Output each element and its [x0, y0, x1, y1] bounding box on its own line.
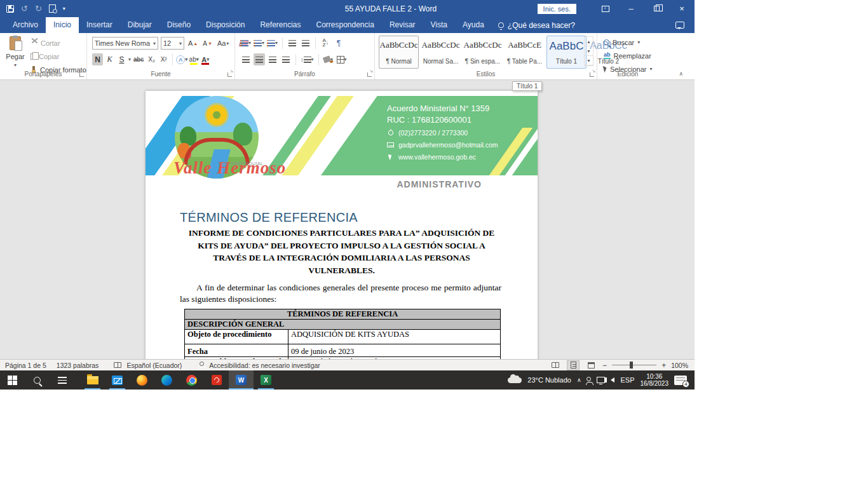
highlight-button[interactable]: ab▾ [189, 53, 199, 65]
shading-button[interactable]: ▾ [323, 53, 334, 65]
tab-archivo[interactable]: Archivo [5, 17, 46, 33]
signin-button[interactable]: Inic. ses. [538, 4, 576, 14]
ribbon-display-options-button[interactable] [593, 0, 618, 17]
style-titulo-1[interactable]: AaBbCTítulo 1 [546, 36, 587, 69]
borders-button[interactable]: ▾ [336, 53, 348, 65]
taskbar-search-button[interactable] [25, 370, 50, 390]
paste-dropdown-icon[interactable]: ▾ [14, 62, 17, 68]
align-center-button[interactable] [254, 53, 265, 65]
tell-me-box[interactable]: ¿Qué desea hacer? [492, 17, 581, 33]
font-color-button[interactable]: A▾ [200, 53, 210, 65]
font-dialog-launcher-icon[interactable] [227, 72, 232, 77]
styles-expand-button[interactable]: ▼ [585, 56, 593, 65]
volume-icon[interactable] [611, 377, 614, 383]
show-marks-button[interactable]: ¶ [333, 37, 344, 49]
justify-button[interactable] [280, 53, 292, 65]
line-spacing-button[interactable]: ↕▾ [300, 53, 315, 65]
text-effects-button[interactable]: A▾ [176, 53, 187, 65]
tab-diseno[interactable]: Diseño [159, 17, 198, 33]
paste-button[interactable]: Pegar ▾ [4, 36, 27, 74]
superscript-button[interactable]: X² [158, 53, 169, 65]
find-button[interactable]: Buscar▾ [604, 37, 653, 48]
zoom-in-button[interactable]: + [661, 361, 666, 370]
strikethrough-button[interactable]: abc [132, 53, 145, 65]
people-tray-icon[interactable] [587, 377, 591, 381]
edge-button[interactable] [154, 370, 179, 390]
print-layout-button[interactable] [567, 360, 580, 370]
underline-dropdown-icon[interactable]: ▾ [128, 57, 131, 62]
grow-font-button[interactable]: A▲ [187, 37, 199, 49]
web-layout-button[interactable] [585, 360, 597, 370]
weather-text[interactable]: 23°C Nublado [527, 376, 571, 384]
decrease-indent-button[interactable] [287, 37, 298, 49]
redo-icon[interactable]: ↻ [35, 4, 42, 13]
undo-icon[interactable]: ↺ [21, 4, 28, 13]
increase-indent-button[interactable] [300, 37, 311, 49]
tab-referencias[interactable]: Referencias [252, 17, 308, 33]
multilevel-list-button[interactable]: ▾ [267, 37, 278, 49]
start-button[interactable] [0, 370, 25, 390]
zoom-level[interactable]: 100% [671, 362, 688, 369]
comments-button[interactable] [675, 20, 684, 31]
clipboard-dialog-launcher-icon[interactable] [79, 72, 84, 77]
shrink-font-button[interactable]: A▼ [201, 37, 214, 49]
bold-button[interactable]: N [92, 53, 103, 65]
read-mode-button[interactable] [549, 360, 562, 370]
replace-button[interactable]: abReemplazar [604, 50, 653, 61]
underline-button[interactable]: S [116, 53, 127, 65]
paragraph-dialog-launcher-icon[interactable] [367, 72, 372, 77]
style-normal-sa[interactable]: AaBbCcDcNormal Sa... [421, 36, 461, 69]
tab-disposicion[interactable]: Disposición [198, 17, 252, 33]
copy-button[interactable]: Copiar [31, 51, 86, 62]
page-indicator[interactable]: Página 1 de 5 [5, 362, 46, 369]
notification-center-button[interactable]: 4 [674, 376, 687, 385]
subscript-button[interactable]: X₂ [146, 53, 157, 65]
styles-dialog-launcher-icon[interactable] [590, 72, 594, 77]
italic-button[interactable]: K [104, 53, 115, 65]
bullets-button[interactable]: ▾ [240, 37, 252, 49]
accessibility-icon[interactable] [200, 362, 204, 366]
file-explorer-button[interactable] [80, 370, 105, 390]
clock[interactable]: 10:36 16/8/2023 [641, 373, 669, 387]
accessibility-status[interactable]: Accesibilidad: es necesario investigar [209, 362, 320, 369]
document-area[interactable]: Título 1 Valle Hermoso GAD PAR [0, 80, 695, 359]
tab-inicio[interactable]: Inicio [46, 17, 79, 33]
tab-vista[interactable]: Vista [423, 17, 455, 33]
tab-dibujar[interactable]: Dibujar [120, 17, 159, 33]
minimize-button[interactable]: – [618, 0, 644, 17]
align-left-button[interactable] [240, 53, 252, 65]
qat-customize-icon[interactable]: ▾ [63, 6, 65, 11]
network-icon[interactable] [597, 377, 605, 383]
style-table-paragraph[interactable]: AaBbCcE¶ Table Pa... [505, 36, 545, 69]
styles-scroll-down-button[interactable]: ▼ [585, 46, 593, 56]
tray-expand-icon[interactable]: ∧ [577, 377, 581, 383]
tab-revisar[interactable]: Revisar [382, 17, 423, 33]
styles-scroll-up-button[interactable]: ▲ [585, 37, 593, 46]
mail-button[interactable] [105, 370, 130, 390]
print-preview-icon[interactable] [49, 4, 56, 13]
numbering-button[interactable]: ▾ [254, 37, 265, 49]
tab-correspondencia[interactable]: Correspondencia [308, 17, 381, 33]
restore-button[interactable] [644, 0, 669, 17]
font-family-select[interactable]: Times New Roma▾ [92, 37, 158, 50]
task-view-button[interactable] [50, 370, 74, 390]
chrome-button[interactable] [179, 370, 204, 390]
sort-button[interactable]: AZ↓ [320, 37, 331, 49]
font-size-select[interactable]: 12▾ [161, 37, 184, 50]
tab-ayuda[interactable]: Ayuda [455, 17, 492, 33]
save-icon[interactable] [6, 5, 14, 13]
zoom-slider-handle[interactable] [630, 362, 633, 369]
style-normal[interactable]: AaBbCcDc¶ Normal [379, 36, 419, 69]
weather-cloud-icon[interactable] [508, 377, 522, 383]
change-case-button[interactable]: Aa▾ [216, 37, 230, 49]
align-right-button[interactable] [267, 53, 278, 65]
zoom-out-button[interactable]: − [602, 361, 607, 370]
language-indicator[interactable]: Español (Ecuador) [126, 362, 182, 369]
excel-taskbar-button[interactable]: X [254, 370, 278, 390]
tab-insertar[interactable]: Insertar [79, 17, 120, 33]
document-page[interactable]: Valle Hermoso GAD PARROQUIAL Acuerdo Min… [146, 91, 538, 359]
close-button[interactable]: × [669, 0, 695, 17]
style-sin-espaciado[interactable]: AaBbCcDc¶ Sin espa... [463, 36, 503, 69]
word-taskbar-button[interactable]: W [229, 370, 254, 390]
proofing-icon[interactable] [114, 362, 121, 368]
